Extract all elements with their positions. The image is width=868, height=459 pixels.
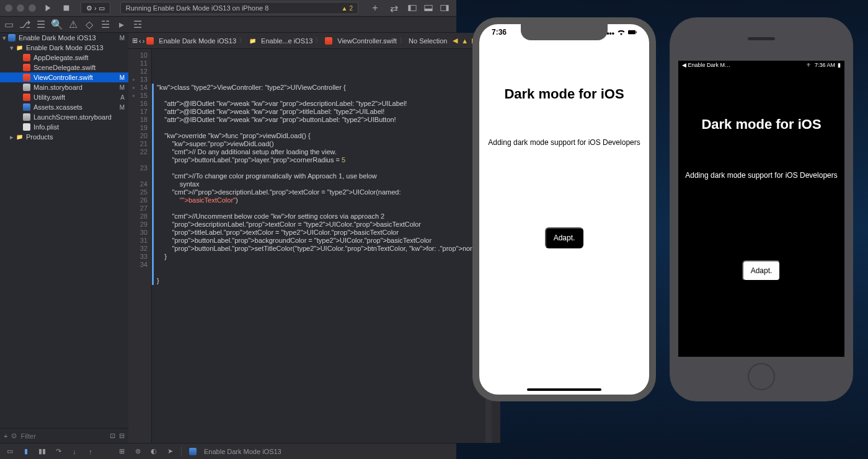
source-control-navigator-icon[interactable]: ⎇ (20, 20, 30, 30)
wifi-icon (617, 28, 626, 38)
svg-rect-8 (636, 32, 637, 33)
status-time: 7:36 AM (815, 62, 835, 68)
filter-input[interactable] (20, 432, 106, 440)
scm-filter-icon[interactable]: ⊟ (119, 432, 125, 440)
window-controls (5, 4, 36, 12)
debug-navigator-icon[interactable]: ☱ (100, 20, 110, 30)
step-over-button[interactable]: ↷ (53, 447, 63, 457)
zoom-icon[interactable] (29, 4, 36, 12)
simulator-dark: ◀︎ Enable Dark M… ᯤ 7:36 AM ▮ Dark mode … (670, 17, 853, 401)
app-subtitle: Adding dark mode support for iOS Develop… (479, 138, 649, 147)
library-button[interactable]: ⇄ (387, 2, 401, 14)
debug-bar: ▭ ▮ ▮▮ ↷ ↓ ↑ ⊞ ⊚ ◐ ➤ Enable Dark Mode iO… (0, 443, 456, 459)
related-items-icon[interactable]: ⊞ (132, 37, 138, 45)
svg-rect-6 (446, 6, 449, 11)
svg-rect-0 (64, 6, 69, 11)
status-time: 7:36 (492, 28, 507, 38)
file-Info-plist[interactable]: Info.plist (0, 122, 128, 132)
products-folder[interactable]: ▸ 📁 Products (0, 132, 128, 142)
test-navigator-icon[interactable]: ◇ (84, 20, 94, 30)
project-navigator-icon[interactable]: ▭ (4, 20, 14, 30)
step-out-button[interactable]: ↑ (86, 447, 95, 457)
right-panel-toggle[interactable] (438, 2, 451, 14)
app-subtitle: Adding dark mode support for iOS Develop… (678, 171, 844, 180)
file-LaunchScreen-storyboard[interactable]: LaunchScreen.storyboard (0, 112, 128, 122)
add-button[interactable]: + (4, 432, 7, 440)
find-navigator-icon[interactable]: 🔍 (52, 20, 62, 30)
project-folder[interactable]: ▾ 📁 Enable Dark Mode iOS13 (0, 43, 128, 53)
signal-icon: ••• (606, 29, 614, 38)
forward-button[interactable]: › (143, 37, 145, 45)
code-content[interactable]: "kw">class "type2">ViewController: "type… (152, 49, 485, 443)
svg-rect-7 (628, 30, 636, 34)
app-title: Dark mode for iOS (479, 86, 649, 102)
project-navigator: ▾ Enable Dark Mode iOS13 M ▾ 📁 Enable Da… (0, 33, 128, 443)
minimize-icon[interactable] (17, 4, 24, 12)
debug-target[interactable]: Enable Dark Mode iOS13 (204, 448, 281, 455)
activity-status: Running Enable Dark Mode iOS13 on iPhone… (120, 2, 358, 14)
breakpoint-navigator-icon[interactable]: ▸ (117, 20, 126, 30)
navigator-filter-bar: + ⊙ ⊡ ⊟ (0, 428, 128, 443)
prev-issue-icon[interactable]: ◀ (453, 37, 458, 45)
simulator-dark-screen[interactable]: ◀︎ Enable Dark M… ᯤ 7:36 AM ▮ Dark mode … (678, 61, 844, 357)
issue-warning-icon[interactable]: ▲ (461, 37, 468, 45)
navigator-selector-bar: ▭ ⎇ ☰ 🔍 ⚠ ◇ ☱ ▸ ☲ (0, 17, 456, 33)
source-editor[interactable]: 1011121314151617181920212223242526272829… (128, 49, 500, 443)
environment-overrides-icon[interactable]: ◐ (149, 447, 159, 457)
xcode-window: ⚙ › ▭ Running Enable Dark Mode iOS13 on … (0, 0, 456, 459)
battery-icon (628, 28, 637, 38)
scheme-icon: ⚙ (86, 4, 92, 12)
filter-icon: ⊙ (11, 432, 17, 440)
simulator-light: 7:36 ••• Dark mode for iOS Adding dark m… (472, 17, 656, 401)
hide-debug-icon[interactable]: ▭ (5, 447, 15, 457)
editor-area: ⊞ ‹ › Enable Dark Mode iOS13〉 📁Enable...… (128, 33, 500, 443)
scheme-selector[interactable]: ⚙ › ▭ (81, 2, 110, 14)
battery-icon: ▮ (838, 62, 841, 68)
file-Utility-swift[interactable]: Utility.swiftA (0, 92, 128, 102)
report-navigator-icon[interactable]: ☲ (133, 20, 143, 30)
file-AppDelegate-swift[interactable]: AppDelegate.swift (0, 53, 128, 63)
stop-button[interactable] (60, 2, 73, 14)
titlebar: ⚙ › ▭ Running Enable Dark Mode iOS13 on … (0, 0, 456, 17)
file-ViewController-swift[interactable]: ViewController.swiftM (0, 72, 128, 82)
svg-rect-2 (409, 6, 411, 11)
close-icon[interactable] (5, 4, 12, 12)
app-title: Dark mode for iOS (678, 116, 844, 133)
left-panel-toggle[interactable] (405, 2, 419, 14)
project-root[interactable]: ▾ Enable Dark Mode iOS13 M (0, 33, 128, 43)
simulator-light-screen[interactable]: 7:36 ••• Dark mode for iOS Adding dark m… (479, 24, 649, 395)
adapt-button[interactable]: Adapt. (545, 227, 584, 248)
speaker (748, 37, 775, 40)
symbol-navigator-icon[interactable]: ☰ (36, 20, 46, 30)
status-bar: ◀︎ Enable Dark M… ᯤ 7:36 AM ▮ (678, 62, 844, 68)
status-bar: 7:36 ••• (479, 28, 649, 38)
line-gutter[interactable]: 1011121314151617181920212223242526272829… (128, 49, 152, 443)
svg-rect-4 (425, 9, 432, 11)
recent-filter-icon[interactable]: ⊡ (110, 432, 115, 440)
jump-bar[interactable]: ⊞ ‹ › Enable Dark Mode iOS13〉 📁Enable...… (128, 33, 500, 49)
home-indicator (527, 388, 601, 391)
continue-button[interactable]: ▮▮ (37, 447, 47, 457)
issue-navigator-icon[interactable]: ⚠ (68, 20, 78, 30)
adapt-button[interactable]: Adapt. (742, 260, 781, 281)
run-button[interactable] (41, 2, 55, 14)
debug-view-icon[interactable]: ⊞ (117, 447, 126, 457)
memory-graph-icon[interactable]: ⊚ (133, 447, 143, 457)
back-to-app[interactable]: ◀︎ Enable Dark M… (682, 62, 730, 68)
wifi-icon: ᯤ (807, 62, 812, 68)
breakpoints-toggle[interactable]: ▮ (21, 447, 31, 457)
file-SceneDelegate-swift[interactable]: SceneDelegate.swift (0, 63, 128, 72)
warning-badge[interactable]: ▲ 2 (342, 5, 353, 12)
file-Main-storyboard[interactable]: Main.storyboardM (0, 82, 128, 92)
location-icon[interactable]: ➤ (165, 447, 175, 457)
home-button[interactable] (748, 363, 775, 390)
step-into-button[interactable]: ↓ (69, 447, 79, 457)
add-tab-button[interactable]: + (368, 2, 382, 14)
back-button[interactable]: ‹ (139, 37, 141, 45)
bottom-panel-toggle[interactable] (422, 2, 435, 14)
file-Assets-xcassets[interactable]: Assets.xcassetsM (0, 102, 128, 112)
